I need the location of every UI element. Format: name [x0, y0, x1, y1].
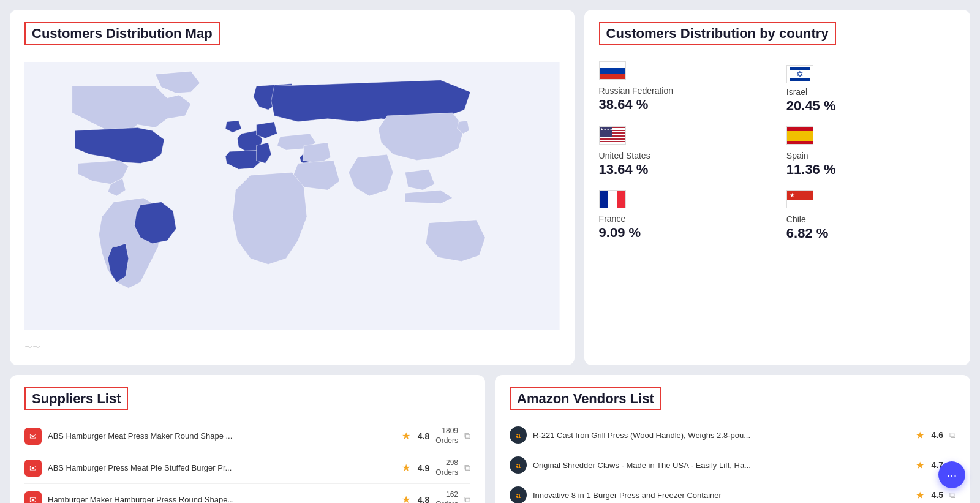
- chat-icon: ···: [947, 468, 957, 482]
- country-name: Spain: [786, 151, 956, 161]
- vendor-name: Innovative 8 in 1 Burger Press and Freez…: [533, 491, 910, 500]
- external-link-icon[interactable]: ⧉: [949, 490, 956, 501]
- supplier-name: ABS Hamburger Press Meat Pie Stuffed Bur…: [48, 463, 396, 472]
- country-item: France 9.09 %: [599, 190, 768, 241]
- country-item: Russian Federation 38.64 %: [599, 61, 768, 114]
- country-flag: ✡: [786, 61, 956, 83]
- supplier-name: ABS Hamburger Meat Press Maker Round Sha…: [48, 431, 396, 441]
- country-grid: Russian Federation 38.64 % ✡ Israel 20.4…: [599, 61, 956, 241]
- country-name: Chile: [786, 214, 956, 224]
- country-item: ★ Chile 6.82 %: [786, 190, 956, 241]
- supplier-item: ✉ ABS Hamburger Press Meat Pie Stuffed B…: [24, 452, 470, 484]
- star-icon: ★: [402, 430, 410, 442]
- map-card: Customers Distribution Map: [10, 10, 575, 365]
- star-icon: ★: [916, 460, 924, 471]
- vendor-item: a Original Shredder Claws - Made in The …: [510, 450, 956, 480]
- chat-button[interactable]: ···: [938, 461, 965, 488]
- country-percentage: 11.36 %: [786, 162, 956, 178]
- bottom-row: Suppliers List ✉ ABS Hamburger Meat Pres…: [10, 375, 970, 503]
- suppliers-card: Suppliers List ✉ ABS Hamburger Meat Pres…: [10, 375, 485, 503]
- map-svg: [24, 55, 560, 337]
- star-icon: ★: [916, 429, 924, 441]
- supplier-name: Hamburger Maker Hamburger Press Round Sh…: [48, 495, 396, 503]
- star-icon: ★: [402, 494, 410, 503]
- dashboard: Customers Distribution Map: [10, 10, 970, 503]
- supplier-rating: 4.8: [418, 431, 429, 441]
- suppliers-title: Suppliers List: [24, 387, 128, 410]
- vendor-name: Original Shredder Claws - Made in The US…: [533, 461, 910, 470]
- supplier-orders: 1809Orders: [435, 426, 458, 445]
- supplier-rating: 4.8: [418, 495, 429, 503]
- supplier-item: ✉ ABS Hamburger Meat Press Maker Round S…: [24, 420, 470, 452]
- vendor-rating: 4.5: [932, 490, 943, 500]
- country-percentage: 9.09 %: [599, 225, 768, 241]
- star-icon: ★: [402, 462, 410, 474]
- suppliers-list: ✉ ABS Hamburger Meat Press Maker Round S…: [24, 420, 470, 503]
- country-flag: [786, 126, 956, 147]
- map-watermark: 〜〜: [24, 342, 40, 353]
- country-item: ★★★★★★★★★★★★★★★★★★★★★★★★★★★★★★★★★★★★★★★★…: [599, 126, 768, 178]
- country-percentage: 38.64 %: [599, 97, 768, 113]
- top-row: Customers Distribution Map: [10, 10, 970, 365]
- star-icon: ★: [916, 490, 924, 501]
- amazon-icon: a: [510, 426, 527, 444]
- country-flag: ★: [786, 190, 956, 211]
- supplier-orders: 162Orders: [435, 490, 458, 503]
- vendor-item: a R-221 Cast Iron Grill Press (Wood Hand…: [510, 420, 956, 450]
- map-title: Customers Distribution Map: [24, 22, 220, 45]
- country-flag: [599, 61, 768, 82]
- supplier-icon: ✉: [24, 460, 42, 477]
- country-item: Spain 11.36 %: [786, 126, 956, 178]
- country-percentage: 20.45 %: [786, 98, 956, 114]
- distribution-card: Customers Distribution by country Russia…: [584, 10, 970, 365]
- external-link-icon[interactable]: ⧉: [464, 494, 470, 503]
- vendors-card: Amazon Vendors List a R-221 Cast Iron Gr…: [495, 375, 970, 503]
- supplier-item: ✉ Hamburger Maker Hamburger Press Round …: [24, 484, 470, 503]
- external-link-icon[interactable]: ⧉: [949, 430, 956, 441]
- supplier-rating: 4.9: [418, 463, 429, 473]
- vendors-title: Amazon Vendors List: [510, 387, 662, 410]
- world-map: [24, 55, 560, 337]
- country-item: ✡ Israel 20.45 %: [786, 61, 956, 114]
- country-name: Russian Federation: [599, 86, 768, 96]
- supplier-orders: 298Orders: [435, 458, 458, 477]
- vendor-name: R-221 Cast Iron Grill Press (Wood Handle…: [533, 431, 910, 440]
- country-percentage: 6.82 %: [786, 225, 956, 241]
- supplier-icon: ✉: [24, 491, 42, 503]
- supplier-icon: ✉: [24, 428, 42, 445]
- country-name: Israel: [786, 87, 956, 97]
- vendor-rating: 4.6: [932, 430, 943, 440]
- map-footer: 〜〜: [24, 342, 560, 353]
- distribution-title: Customers Distribution by country: [599, 22, 836, 45]
- country-flag: [599, 190, 768, 210]
- country-name: United States: [599, 151, 768, 161]
- amazon-icon: a: [510, 456, 527, 474]
- country-percentage: 13.64 %: [599, 162, 768, 178]
- country-name: France: [599, 214, 768, 224]
- external-link-icon[interactable]: ⧉: [464, 431, 470, 441]
- vendors-list: a R-221 Cast Iron Grill Press (Wood Hand…: [510, 420, 956, 503]
- external-link-icon[interactable]: ⧉: [464, 463, 470, 473]
- country-flag: ★★★★★★★★★★★★★★★★★★★★★★★★★★★★★★★★★★★★★★★★…: [599, 126, 768, 147]
- vendor-item: a Innovative 8 in 1 Burger Press and Fre…: [510, 480, 956, 503]
- amazon-icon: a: [510, 486, 527, 503]
